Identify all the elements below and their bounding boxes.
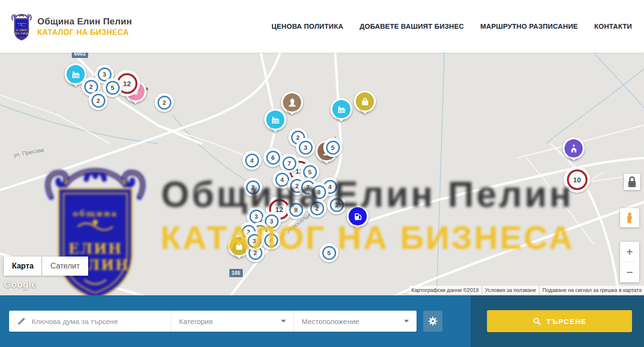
search-submit-button[interactable]: ТЪРСЕНЕ — [487, 310, 632, 332]
site-title: Община Елин Пелин — [37, 16, 132, 27]
attribution-copyright: Картографски данни ©2019 — [409, 286, 481, 294]
pegman-icon — [623, 212, 636, 224]
page: община ЕЛИН ПЕЛИН Община Елин Пелин КАТА… — [0, 0, 644, 347]
keyword-field — [9, 311, 171, 332]
nav-add-business-link[interactable]: ДОБАВЕТЕ ВАШИЯТ БИЗНЕС — [360, 22, 464, 30]
zoom-in-button[interactable]: + — [620, 242, 639, 262]
map-cluster-marker[interactable]: 4 — [242, 151, 261, 170]
map-cluster-marker[interactable]: 2 — [155, 93, 174, 112]
nav-route-schedule-link[interactable]: МАРШРУТНО РАЗПИСАНИЕ — [480, 22, 578, 30]
site-logo[interactable]: община ЕЛИН ПЕЛИН Община Елин Пелин КАТА… — [11, 11, 132, 41]
zoom-out-button[interactable]: − — [620, 262, 639, 282]
location-select-value: Местоположение — [302, 317, 404, 325]
google-logo[interactable]: Google — [4, 280, 36, 290]
header: община ЕЛИН ПЕЛИН Община Елин Пелин КАТА… — [0, 0, 644, 53]
svg-text:община: община — [73, 209, 118, 218]
attribution-report-link[interactable]: Подаване на сигнал за грешка в картата — [540, 286, 644, 294]
chevron-down-icon — [281, 320, 286, 323]
map-type-satellite-button[interactable]: Сателит — [42, 257, 88, 276]
site-subtitle: КАТАЛОГ НА БИЗНЕСА — [37, 28, 132, 37]
category-select[interactable]: Категория — [171, 311, 294, 332]
street-view-lock-button[interactable] — [624, 174, 640, 190]
gear-icon — [428, 316, 438, 326]
map-pin-factory[interactable] — [264, 109, 286, 131]
nav-contacts-link[interactable]: КОНТАКТИ — [594, 22, 632, 30]
svg-text:община: община — [17, 22, 26, 24]
watermark-title: Община Елин Пелин — [154, 173, 580, 215]
search-bar: Категория Местоположение — [0, 295, 644, 347]
map-cluster-marker[interactable]: 3 — [296, 138, 315, 157]
pegman-button[interactable] — [620, 208, 639, 227]
advanced-search-button[interactable] — [423, 311, 442, 332]
svg-text:ПЕЛИН: ПЕЛИН — [15, 32, 29, 35]
search-button-label: ТЪРСЕНЕ — [546, 317, 587, 325]
svg-text:ЕЛИН: ЕЛИН — [68, 240, 123, 257]
pencil-icon — [17, 317, 26, 326]
lock-icon — [624, 174, 640, 190]
map-cluster-marker[interactable]: 5 — [323, 138, 342, 157]
search-fields-group: Категория Местоположение — [9, 311, 417, 332]
map-pin-bag[interactable] — [354, 90, 376, 112]
search-icon — [532, 317, 542, 326]
map-type-control: Карта Сателит — [4, 257, 88, 276]
svg-text:ЕЛИН: ЕЛИН — [16, 28, 27, 32]
map-canvas[interactable]: 3212522235641375424278221283383243510 об… — [0, 53, 644, 295]
zoom-control: + − — [620, 242, 639, 282]
map-attribution: Картографски данни ©2019 Условия за полз… — [409, 286, 644, 294]
map-pin-church[interactable] — [563, 137, 585, 159]
map-cluster-marker[interactable]: 2 — [89, 91, 108, 110]
nav-pricing-link[interactable]: ЦЕНОВА ПОЛИТИКА — [271, 22, 343, 30]
map-type-map-button[interactable]: Карта — [4, 257, 42, 276]
attribution-terms-link[interactable]: Условия за ползване — [483, 286, 539, 294]
location-select[interactable]: Местоположение — [294, 311, 417, 332]
chevron-down-icon — [404, 320, 409, 323]
category-select-value: Категория — [179, 317, 281, 325]
map-pin-factory[interactable] — [330, 98, 352, 120]
municipality-crest-icon: община ЕЛИН ПЕЛИН — [11, 11, 33, 41]
keyword-search-input[interactable] — [32, 317, 165, 325]
watermark-subtitle: КАТАЛОГ НА БИЗНЕСА — [158, 219, 577, 257]
main-nav: ЦЕНОВА ПОЛИТИКА ДОБАВЕТЕ ВАШИЯТ БИЗНЕС М… — [271, 0, 632, 53]
